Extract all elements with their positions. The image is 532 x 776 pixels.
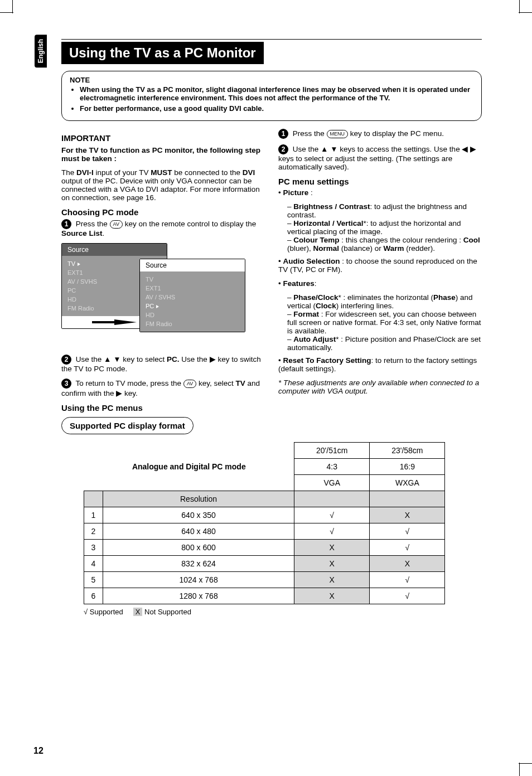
legend-supported-text: Supported [88,608,123,616]
audio-bullet: • Audio Selection : to choose the sound … [278,257,482,274]
note-label: NOTE [70,76,90,84]
left-column: IMPORTANT For the TV to function as PC m… [61,129,265,434]
using-pc-menus-heading: Using the PC menus [61,403,265,413]
important-heading: IMPORTANT [61,133,265,143]
legend-notsupported-text: Not Supported [142,608,191,616]
step-badge-3: 3 [61,379,71,389]
picture-list: Brightness / Contrast: to adjust the bri… [278,202,482,253]
footnote: * These adjustments are only available w… [278,379,482,395]
legend-notsupported-symbol: X [133,608,143,616]
features-bullet: • Features: [278,279,482,288]
table-row-num: 6 [84,588,103,604]
source-front-title: Source [140,259,245,271]
arrow-right-icon [92,319,137,325]
source-front-row: HD [146,311,239,319]
table-row-c2: √ [370,572,445,588]
page-title: Using the TV as a PC Monitor [61,42,264,64]
table-row-res: 832 x 624 [103,556,294,572]
table-row-c1: X [294,540,370,556]
chevron-right-icon [78,263,80,266]
source-front-row: EXT1 [146,284,239,293]
page-number: 12 [33,746,43,756]
step-badge-2: 2 [61,355,71,365]
up-down-icon: ▲ ▼ [104,355,120,363]
source-front-row: FM Radio [146,319,239,328]
table-row-res: 800 x 600 [103,540,294,556]
table-row-c1: X [294,556,370,572]
legend: √ Supported X Not Supported [84,608,482,616]
pc-menu-settings-heading: PC menu settings [278,177,482,186]
source-box-front: Source TV EXT1 AV / SVHS PC HD FM Radio [139,259,245,332]
right-column: 1 Press the MENU key to display the PC m… [278,129,482,434]
table-row-num: 3 [84,540,103,556]
table-row-c1: √ [294,523,370,540]
av-key-icon: AV [110,220,123,229]
step-badge-1: 1 [61,219,71,229]
step-3: 3 To return to TV mode, press the AV key… [61,379,265,397]
source-front-row: PC [146,303,154,309]
table-col-aspect: 16:9 [370,459,445,475]
features-list: Phase/Clock* : eliminates the horizontal… [278,293,482,352]
step-1: 1 Press the AV key on the remote control… [61,219,265,237]
table-row-res: 640 x 350 [103,507,294,523]
choosing-pc-mode-heading: Choosing PC mode [61,207,265,217]
table-row-c2: X [370,556,445,572]
menu-key-icon: MENU [327,130,349,138]
note-item-1: When using the TV as a PC monitor, sligh… [80,85,473,102]
left-right-icon: ◀ ▶ [462,145,476,153]
table-resolution-label: Resolution [103,491,294,507]
table-row-res: 1024 x 768 [103,572,294,588]
table-row-res: 1280 x 768 [103,588,294,604]
table-row-c1: X [294,588,370,604]
step-badge-1: 1 [278,129,288,139]
source-back-row: TV [67,260,75,267]
table-col-restype: WXGA [370,475,445,491]
step-badge-2: 2 [278,144,288,154]
source-back-title: Source [62,244,167,256]
supported-format-heading: Supported PC display format [61,417,194,434]
picture-item: Brightness / Contrast: to adjust the bri… [287,202,482,219]
right-arrow-icon: ▶ [210,355,216,363]
note-box: NOTE When using the TV as a PC monitor, … [61,71,482,121]
note-item-2: For better performance, use a good quali… [80,104,473,113]
chevron-right-icon [156,305,159,308]
features-item: Auto Adjust* : Picture position and Phas… [287,335,482,352]
table-col-screen: 20'/51cm [294,443,370,459]
step-2: 2 Use the ▲ ▼ key to select PC. Use the … [61,355,265,373]
source-front-row: AV / SVHS [146,293,239,302]
table-header-title: Analogue and Digital PC mode [84,443,294,491]
table-row-c2: X [370,507,445,523]
right-step-1: 1 Press the MENU key to display the PC m… [278,129,482,139]
table-col-screen: 23'/58cm [370,443,445,459]
right-arrow-icon: ▶ [116,389,122,397]
right-step-2: 2 Use the ▲ ▼ keys to access the setting… [278,144,482,171]
table-row-c2: √ [370,523,445,540]
table-row-num: 4 [84,556,103,572]
table-row-c2: √ [370,588,445,604]
table-row-num: 2 [84,523,103,540]
dvi-paragraph: The DVI-I input of your TV MUST be conne… [61,168,265,202]
table-col-restype: VGA [294,475,370,491]
table-row-res: 640 x 480 [103,523,294,540]
picture-bullet: • Picture : [278,188,482,197]
table-row-c1: X [294,572,370,588]
source-front-row: TV [146,275,239,284]
header-rule [61,39,482,40]
table-col-aspect: 4:3 [294,459,370,475]
reset-bullet: • Reset To Factory Setting: to return to… [278,356,482,373]
important-body: For the TV to function as PC monitor, th… [61,146,260,163]
source-list-graphic: Source TV EXT1 AV / SVHS PC HD FM Radio [61,243,265,349]
table-row-c1: √ [294,507,370,523]
features-item: Format : For widescreen set, you can cho… [287,310,482,335]
table-row-c2: √ [370,540,445,556]
picture-item: Horizontal / Vertical*: to adjust the ho… [287,219,482,236]
picture-item: Colour Temp : this changes the colour re… [287,236,482,253]
av-key-icon: AV [183,380,196,388]
up-down-icon: ▲ ▼ [321,145,337,153]
support-table: Analogue and Digital PC mode 20'/51cm 23… [84,442,445,604]
language-tab: English [35,35,47,67]
features-item: Phase/Clock* : eliminates the horizontal… [287,293,482,310]
table-row-num: 1 [84,507,103,523]
table-row-num: 5 [84,572,103,588]
